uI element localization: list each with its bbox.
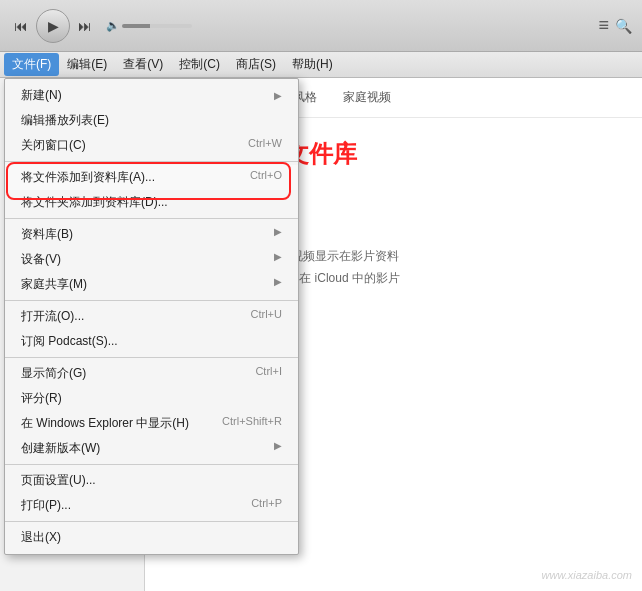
menu-bar: 文件(F) 编辑(E) 查看(V) 控制(C) 商店(S) 帮助(H) xyxy=(0,52,642,78)
library-arrow: ▶ xyxy=(274,226,282,243)
menu-print[interactable]: 打印(P)... Ctrl+P xyxy=(5,493,298,518)
toolbar-right: ≡ 🔍 xyxy=(598,15,632,36)
menu-item-help[interactable]: 帮助(H) xyxy=(284,53,341,76)
stream-shortcut: Ctrl+U xyxy=(251,308,282,325)
explorer-shortcut: Ctrl+Shift+R xyxy=(222,415,282,432)
add-file-shortcut: Ctrl+O xyxy=(250,169,282,186)
volume-icon: 🔈 xyxy=(106,19,120,32)
menu-add-folder[interactable]: 将文件夹添加到资料库(D)... xyxy=(5,190,298,215)
menu-page-setup[interactable]: 页面设置(U)... xyxy=(5,468,298,493)
menu-icon-button[interactable]: ≡ xyxy=(598,15,609,36)
menu-item-file[interactable]: 文件(F) xyxy=(4,53,59,76)
menu-item-control[interactable]: 控制(C) xyxy=(171,53,228,76)
menu-brief[interactable]: 显示简介(G) Ctrl+I xyxy=(5,361,298,386)
menu-show-explorer[interactable]: 在 Windows Explorer 中显示(H) Ctrl+Shift+R xyxy=(5,411,298,436)
watermark: www.xiazaiba.com xyxy=(542,569,632,581)
prev-button[interactable]: ⏮ xyxy=(10,14,32,38)
menu-item-edit[interactable]: 编辑(E) xyxy=(59,53,115,76)
tab-family[interactable]: 家庭视频 xyxy=(333,86,401,109)
search-button[interactable]: 🔍 xyxy=(615,18,632,34)
menu-item-view[interactable]: 查看(V) xyxy=(115,53,171,76)
transport-controls: ⏮ ▶ ⏭ xyxy=(10,9,96,43)
toolbar: ⏮ ▶ ⏭ 🔈 ≡ 🔍 xyxy=(0,0,642,52)
devices-arrow: ▶ xyxy=(274,251,282,268)
menu-close-window[interactable]: 关闭窗口(C) Ctrl+W xyxy=(5,133,298,158)
menu-new-version[interactable]: 创建新版本(W) ▶ xyxy=(5,436,298,461)
volume-control: 🔈 xyxy=(106,19,192,32)
menu-open-stream[interactable]: 打开流(O)... Ctrl+U xyxy=(5,304,298,329)
next-button[interactable]: ⏭ xyxy=(74,14,96,38)
menu-sharing[interactable]: 家庭共享(M) ▶ xyxy=(5,272,298,297)
print-shortcut: Ctrl+P xyxy=(251,497,282,514)
dropdown-overlay: 新建(N) ▶ 编辑播放列表(E) 关闭窗口(C) Ctrl+W 将文件添加到资… xyxy=(4,78,299,555)
menu-edit-playlist[interactable]: 编辑播放列表(E) xyxy=(5,108,298,133)
menu-item-store[interactable]: 商店(S) xyxy=(228,53,284,76)
menu-podcast[interactable]: 订阅 Podcast(S)... xyxy=(5,329,298,354)
arrow-icon: ▶ xyxy=(274,90,282,101)
dropdown-menu: 新建(N) ▶ 编辑播放列表(E) 关闭窗口(C) Ctrl+W 将文件添加到资… xyxy=(4,78,299,555)
menu-rating[interactable]: 评分(R) xyxy=(5,386,298,411)
menu-new[interactable]: 新建(N) ▶ xyxy=(5,83,298,108)
new-version-arrow: ▶ xyxy=(274,440,282,457)
menu-devices[interactable]: 设备(V) ▶ xyxy=(5,247,298,272)
menu-add-file[interactable]: 将文件添加到资料库(A)... Ctrl+O xyxy=(5,165,298,190)
sharing-arrow: ▶ xyxy=(274,276,282,293)
menu-quit[interactable]: 退出(X) xyxy=(5,525,298,550)
volume-slider[interactable] xyxy=(122,24,192,28)
play-button[interactable]: ▶ xyxy=(36,9,70,43)
menu-library[interactable]: 资料库(B) ▶ xyxy=(5,222,298,247)
close-shortcut: Ctrl+W xyxy=(248,137,282,154)
brief-shortcut: Ctrl+I xyxy=(255,365,282,382)
